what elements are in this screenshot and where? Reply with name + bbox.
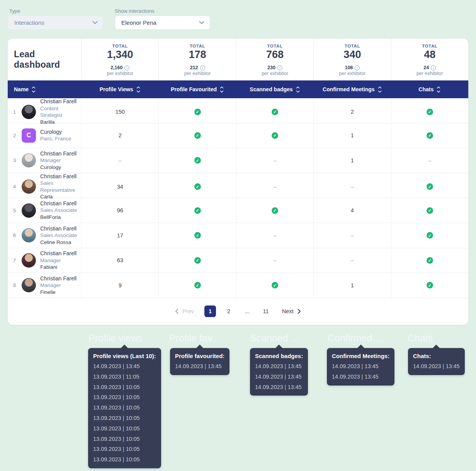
lead-name: Christian Farell	[40, 275, 76, 282]
pagination: Prev 1 2 ... 11 Next	[8, 298, 468, 324]
ghost-column-title: Profile fav...	[169, 333, 219, 344]
ghost-column-title: Profile views	[88, 333, 143, 344]
table-row[interactable]: 6 Christian Farell Sales Associate Celin…	[8, 223, 468, 248]
column-header-chats[interactable]: Chats	[391, 86, 468, 93]
cell-value: 9	[119, 282, 122, 288]
table-cell: 150	[81, 98, 158, 125]
table-cell: ✓	[158, 173, 236, 200]
stats-row: Lead dashboard TOTAL 1,340 2,160i per ex…	[8, 39, 468, 80]
tooltip-chats: Chats: 14.09.2023 | 13:45	[408, 348, 465, 375]
sort-icon	[437, 86, 440, 93]
stat-total-value: 178	[189, 49, 206, 61]
stat-per-value: 212	[190, 65, 198, 70]
check-icon: ✓	[194, 282, 201, 288]
table-cell: ✓	[158, 223, 236, 248]
stat-confirmed-meetings: TOTAL 340 108i per exhibitor	[313, 39, 391, 80]
stat-per-label: per exhibitor	[107, 71, 133, 76]
info-icon[interactable]: i	[124, 65, 129, 70]
tooltip-date: 14.09.2023 | 13:45	[93, 361, 156, 372]
avatar	[22, 253, 36, 268]
table-cell: 34	[81, 173, 158, 200]
empty-value: –	[273, 157, 276, 164]
empty-value: –	[351, 184, 354, 190]
tooltips-layer: Profile views Profile fav... Scanned ...…	[0, 325, 476, 471]
page-button-11[interactable]: 11	[260, 305, 272, 317]
table-cell: 96	[81, 198, 158, 223]
table-row[interactable]: 5 Christian Farell Sales Associate BellF…	[8, 198, 468, 223]
stat-total-label: TOTAL	[267, 44, 282, 48]
prev-button[interactable]: Prev	[175, 308, 194, 314]
stat-per-label: per exhibitor	[416, 71, 443, 76]
table-cell: 1	[313, 148, 391, 173]
tooltip-date: 14.09.2023 | 13:45	[332, 372, 389, 382]
table-cell: –	[236, 223, 313, 248]
next-button[interactable]: Next	[282, 308, 301, 314]
stat-total-value: 340	[343, 49, 361, 61]
tooltip-title: Confirmed Meetings:	[332, 351, 389, 361]
avatar	[22, 105, 36, 119]
show-interactions-label: Show interactions	[115, 8, 155, 14]
column-header-name[interactable]: Name	[8, 86, 81, 93]
column-header-confirmed-meetings[interactable]: Confirmed Meetings	[313, 86, 391, 93]
type-select[interactable]: Interactions	[8, 15, 104, 30]
avatar	[22, 278, 36, 292]
tooltip-date: 13.09.2023 | 10:05	[93, 444, 156, 454]
tooltip-confirmed-meetings: Confirmed Meetings: 14.09.2023 | 13:4514…	[327, 348, 394, 386]
type-select-value: Interactions	[14, 19, 44, 26]
column-header-profile-views[interactable]: Profile Views	[81, 86, 158, 93]
cell-value: 1	[351, 157, 354, 164]
stat-per-label: per exhibitor	[262, 71, 288, 76]
tooltip-date: 13.09.2023 | 10:05	[93, 382, 156, 392]
column-header-label: Profile Favourited	[171, 86, 217, 92]
table-cell: ✓	[158, 148, 236, 173]
page-button-1[interactable]: 1	[204, 305, 216, 317]
empty-value: –	[351, 257, 354, 263]
check-icon: ✓	[427, 109, 433, 115]
attendee-select[interactable]: Eleonor Pena	[115, 15, 210, 30]
column-header-scanned-badges[interactable]: Scanned badges	[236, 86, 313, 93]
info-icon[interactable]: i	[277, 65, 282, 70]
table-cell: ✓	[236, 98, 313, 125]
tooltip-title: Scanned badges:	[255, 351, 303, 361]
info-icon[interactable]: i	[355, 65, 360, 70]
table-row[interactable]: 7 Christian Farell Manager Fabiani 63✓––…	[8, 248, 468, 273]
table-cell: ✓	[158, 123, 236, 148]
table-row[interactable]: 8 Christian Farell Manager Finelle 9✓✓1✓	[8, 273, 468, 298]
tooltip-title: Profile views (Last 10):	[93, 351, 156, 361]
table-cell: 4	[313, 198, 391, 223]
stat-per-value: 230	[267, 65, 275, 70]
lead-name: Christian Farell	[40, 250, 76, 257]
table-cell: –	[236, 173, 313, 200]
page-button-2[interactable]: 2	[223, 305, 235, 317]
table-cell: –	[391, 148, 468, 173]
tooltip-dates: 14.09.2023 | 13:4514.09.2023 | 13:45	[332, 361, 389, 382]
column-header-profile-favourited[interactable]: Profile Favourited	[158, 86, 236, 93]
table-cell: ✓	[391, 98, 468, 125]
table-cell: ✓	[236, 198, 313, 223]
table-cell: ✓	[391, 173, 468, 200]
table-cell: 2	[81, 123, 158, 148]
table-row[interactable]: 2 C Curology Paris, France 2✓✓1✓	[8, 123, 468, 148]
table-row[interactable]: 3 Christian Farell Manager Curology –✓–1…	[8, 148, 468, 173]
stat-chats: TOTAL 48 24i per exhibitor	[391, 39, 468, 80]
lead-role: Manager	[40, 282, 76, 289]
row-index: 3	[12, 157, 17, 163]
info-icon[interactable]: i	[431, 65, 436, 70]
check-icon: ✓	[427, 282, 433, 288]
table-header: Name Profile Views Profile Favourited Sc…	[8, 80, 468, 98]
table-row[interactable]: 1 Christian Farell Content Strategist Ba…	[8, 98, 468, 123]
tooltip-profile-views: Profile views (Last 10): 14.09.2023 | 13…	[88, 348, 161, 468]
tooltip-title: Profile favourited:	[175, 351, 224, 361]
lead-name: Christian Farell	[40, 225, 77, 232]
stat-total-label: TOTAL	[345, 44, 360, 48]
lead-name: Christian Farell	[40, 150, 76, 157]
chevron-right-icon	[298, 309, 301, 314]
info-icon[interactable]: i	[200, 65, 205, 70]
table-cell: 63	[81, 248, 158, 273]
sort-icon	[296, 86, 300, 93]
table-cell: ✓	[236, 123, 313, 148]
cell-value: 2	[351, 109, 354, 115]
table-cell: –	[81, 148, 158, 173]
tooltip-date: 13.09.2023 | 11:05	[93, 372, 156, 382]
table-row[interactable]: 4 Christian Farell Sales Representative …	[8, 173, 468, 198]
